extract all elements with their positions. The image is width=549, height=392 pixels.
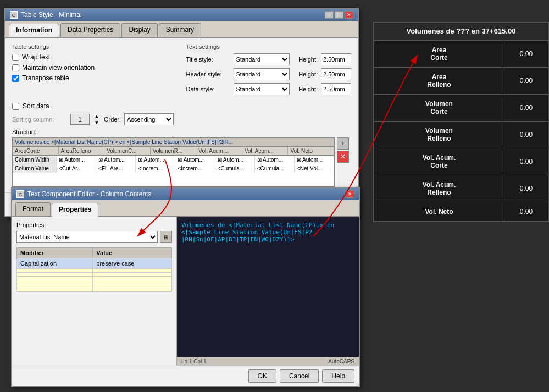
properties-section-label: Properties: [16, 222, 172, 228]
data-style-select[interactable]: Standard [234, 83, 290, 95]
col-width-val-1[interactable]: ⊠ Autom... [96, 156, 136, 164]
table-row[interactable] [17, 284, 172, 288]
table-style-dialog: C Table Style - Minimal ─ □ ✕ Informatio… [4, 8, 359, 217]
col-width-val-2[interactable]: ⊠ Autom... [136, 156, 175, 164]
tab-format[interactable]: Format [15, 202, 51, 216]
col-value-val-0[interactable]: <Cut Ar... [57, 164, 96, 173]
col-value-val-5[interactable]: <Cumula... [255, 164, 295, 173]
order-select[interactable]: Ascending Descending [124, 113, 174, 125]
structure-header-text: Volumenes de <[Material List Name(CP)]> … [13, 138, 334, 146]
col-value-val-3[interactable]: <Increm... [175, 164, 215, 173]
close-button[interactable]: ✕ [345, 11, 353, 19]
title-style-label: Title style: [186, 56, 230, 63]
col-value-val-6[interactable]: <Net Vol... [295, 164, 334, 173]
cad-table-body: AreaCorte 0.00 AreaRelleno 0.00 VolumenC… [374, 40, 548, 222]
spin-up[interactable]: ▲▼ [94, 113, 99, 125]
subheader-area-corte: AreaCorte [13, 147, 59, 155]
editor-textarea[interactable]: Volumenes de <[Material List Name(CP)]> … [177, 217, 359, 357]
cad-row-value-4: 0.00 [504, 148, 548, 175]
titlebar-left: C Table Style - Minimal [10, 11, 82, 19]
sort-data-checkbox[interactable] [12, 103, 19, 110]
editor-titlebar-controls[interactable]: ✕ [346, 190, 354, 198]
editor-text-panel: Volumenes de <[Material List Name(CP)]> … [177, 217, 359, 366]
sort-data-label: Sort data [23, 102, 49, 110]
table-row: AreaRelleno 0.00 [374, 68, 548, 95]
editor-cancel-button[interactable]: Cancel [280, 369, 319, 383]
remove-row-button[interactable]: ✕ [337, 151, 349, 163]
subheader-vol-neto: Vol. Neto [288, 147, 334, 155]
col-value-val-4[interactable]: <Cumula... [215, 164, 255, 173]
data-style-label: Data style: [186, 86, 230, 92]
cad-row-value-6: 0.00 [504, 202, 548, 222]
col-width-val-4[interactable]: ⊠ Autom... [215, 156, 255, 164]
maintain-view-checkbox[interactable] [12, 64, 19, 71]
col-value-val-2[interactable]: <Increm... [136, 164, 175, 173]
editor-titlebar: C Text Component Editor - Column Content… [12, 188, 359, 200]
sorting-column-input[interactable] [70, 114, 90, 125]
data-height-input[interactable] [321, 83, 351, 95]
properties-select-row: Material List Name Sample Line Station V… [16, 231, 172, 243]
col-width-val-5[interactable]: ⊠ Autom... [255, 156, 295, 164]
modifier-header: Modifier [17, 248, 93, 258]
wrap-text-checkbox[interactable] [12, 54, 19, 61]
table-row[interactable]: Capitalization preserve case [17, 258, 172, 269]
minimize-button[interactable]: ─ [325, 11, 334, 19]
tab-properties[interactable]: Properties [52, 203, 98, 217]
title-height-input[interactable] [321, 53, 351, 65]
col-width-val-6[interactable]: ⊠ Autom... [295, 156, 334, 164]
title-style-select[interactable]: Standard [234, 53, 290, 65]
table-row[interactable] [17, 277, 172, 280]
sort-data-row: Sort data [12, 102, 351, 110]
header-style-select[interactable]: Standard [234, 68, 290, 80]
properties-table: Modifier Value Capitalization preserve c… [16, 247, 172, 292]
col-width-val-0[interactable]: ⊠ Autom... [57, 156, 96, 164]
table-row: Vol. Acum.Corte 0.00 [374, 148, 548, 175]
col-value-val-1[interactable]: <Fill Are... [96, 164, 136, 173]
cad-table-panel: Volumenes de ??? en 37+615.00 AreaCorte … [373, 22, 549, 222]
header-height-input[interactable] [321, 68, 351, 80]
data-style-row: Data style: Standard Height: [186, 83, 352, 95]
table-row[interactable] [17, 280, 172, 284]
editor-dialog-title: Text Component Editor - Column Contents [27, 190, 151, 198]
order-label: Order: [104, 116, 121, 123]
cad-row-value-5: 0.00 [504, 175, 548, 202]
subheader-volumen-r: VolumenR... [151, 147, 197, 155]
value-cell-3 [93, 277, 172, 280]
editor-footer: OK Cancel Help [12, 366, 359, 386]
tab-summary[interactable]: Summary [159, 23, 201, 37]
table-row[interactable] [17, 273, 172, 277]
editor-tabs: Format Properties [12, 200, 359, 217]
tab-display[interactable]: Display [121, 23, 157, 37]
modifier-cell-2 [17, 273, 93, 277]
value-cell-5 [93, 284, 172, 288]
editor-properties-panel: Properties: Material List Name Sample Li… [12, 217, 177, 366]
table-settings-col: Table settings Wrap text Maintain view o… [12, 43, 178, 98]
maximize-button[interactable]: □ [335, 11, 343, 19]
text-component-editor-dialog: C Text Component Editor - Column Content… [11, 187, 360, 387]
table-row[interactable] [17, 288, 172, 292]
modifier-cell-0: Capitalization [17, 258, 93, 269]
table-row[interactable] [17, 269, 172, 273]
modifier-cell-1 [17, 269, 93, 273]
editor-help-button[interactable]: Help [322, 369, 354, 383]
add-row-button[interactable]: + [337, 137, 349, 150]
transpose-table-row: Transpose table [12, 74, 178, 82]
col-width-label: Column Width [13, 156, 57, 164]
col-width-val-3[interactable]: ⊠ Autom... [175, 156, 215, 164]
transpose-table-checkbox[interactable] [12, 75, 19, 82]
table-row: AreaCorte 0.00 [374, 41, 548, 68]
titlebar-controls[interactable]: ─ □ ✕ [325, 11, 353, 19]
editor-close-button[interactable]: ✕ [346, 190, 354, 198]
structure-subheader-row: AreaCorte AreaRelleno VolumenC... Volume… [13, 147, 334, 156]
tab-data-properties[interactable]: Data Properties [60, 23, 120, 37]
properties-icon-button[interactable]: ⊞ [160, 231, 172, 243]
cad-row-label-6: Vol. Neto [374, 202, 504, 222]
structure-side-buttons: + ✕ [337, 137, 349, 163]
editor-ok-button[interactable]: OK [248, 369, 276, 383]
value-cell-6 [93, 288, 172, 292]
wrap-text-row: Wrap text [12, 53, 178, 61]
tab-information[interactable]: Information [9, 24, 59, 37]
dialog-columns: Table settings Wrap text Maintain view o… [12, 43, 351, 98]
cad-row-label-2: VolumenCorte [374, 95, 504, 122]
properties-select[interactable]: Material List Name Sample Line Station V… [16, 231, 158, 243]
